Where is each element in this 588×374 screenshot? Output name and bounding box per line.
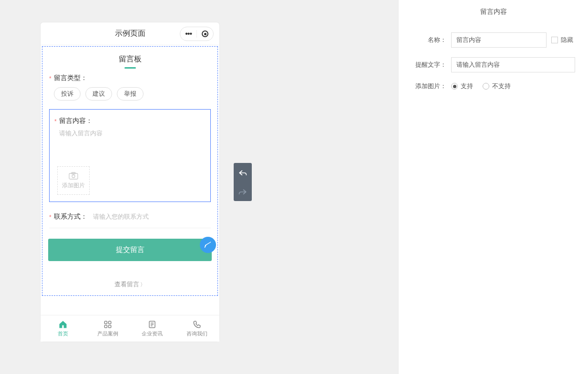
- svg-point-2: [72, 175, 75, 178]
- chevron-right-icon: 〉: [140, 282, 145, 287]
- undo-button[interactable]: [234, 163, 252, 182]
- section-underline: [124, 67, 136, 69]
- camera-icon: [69, 172, 78, 180]
- type-options: 投诉 建议 举报: [49, 87, 211, 101]
- tab-news[interactable]: 企业资讯: [130, 315, 175, 342]
- phone-icon: [192, 320, 202, 329]
- contact-label: 联系方式：: [54, 212, 87, 221]
- prop-hint-label: 提醒文字：: [399, 61, 451, 69]
- prop-name-input[interactable]: [451, 32, 547, 48]
- hide-label: 隐藏: [561, 36, 573, 44]
- properties-panel: 留言内容 名称： 隐藏 提醒文字： 添加图片： 支持 不支持: [398, 0, 588, 374]
- tab-cases[interactable]: 产品案例: [85, 315, 130, 342]
- contact-placeholder[interactable]: 请输入您的联系方式: [93, 212, 149, 221]
- type-option-2[interactable]: 举报: [117, 87, 144, 101]
- selected-component[interactable]: 留言板 留言类型： 投诉 建议 举报 留言内容：: [42, 46, 218, 296]
- panel-title: 留言内容: [399, 0, 588, 24]
- redo-icon: [238, 188, 247, 195]
- hide-checkbox-wrap[interactable]: 隐藏: [551, 36, 573, 44]
- radio-label: 支持: [461, 82, 473, 91]
- tab-label: 企业资讯: [142, 330, 163, 337]
- radio-icon: [483, 83, 489, 90]
- phone-header-capsule[interactable]: •••: [180, 27, 214, 41]
- prop-addimg-row: 添加图片： 支持 不支持: [399, 82, 577, 91]
- upload-label: 添加图片: [62, 182, 85, 190]
- radio-support[interactable]: 支持: [451, 82, 473, 91]
- svg-rect-4: [108, 321, 111, 323]
- prop-addimg-label: 添加图片：: [399, 82, 451, 91]
- phone-body: 留言板 留言类型： 投诉 建议 举报 留言内容：: [41, 45, 219, 315]
- paper-plane-icon: [204, 241, 212, 249]
- view-msg-label: 查看留言: [114, 281, 139, 288]
- phone-title: 示例页面: [115, 29, 145, 39]
- radio-not-support[interactable]: 不支持: [483, 82, 511, 91]
- type-option-1[interactable]: 建议: [85, 87, 112, 101]
- view-messages-link[interactable]: 查看留言〉: [42, 261, 217, 295]
- phone-preview: 示例页面 ••• 留言板 留言类型： 投诉 建议: [41, 22, 219, 342]
- addimg-radio-group: 支持 不支持: [451, 82, 511, 91]
- radio-icon: [451, 83, 458, 90]
- prop-hint-row: 提醒文字：: [399, 57, 577, 72]
- type-label: 留言类型：: [54, 74, 87, 82]
- panel-form: 名称： 隐藏 提醒文字： 添加图片： 支持 不支持: [399, 24, 588, 91]
- hide-checkbox[interactable]: [551, 37, 558, 43]
- phone-header: 示例页面 •••: [41, 22, 219, 45]
- tab-contact[interactable]: 咨询我们: [175, 315, 219, 342]
- tabbar: 首页 产品案例 企业资讯 咨询我们: [41, 315, 219, 342]
- content-label: 留言内容：: [59, 117, 93, 125]
- form-block: 留言类型： 投诉 建议 举报 留言内容： 请输入留言内容: [42, 73, 217, 228]
- tab-label: 产品案例: [97, 330, 118, 337]
- section-header: 留言板: [42, 47, 217, 73]
- type-label-row: 留言类型：: [49, 73, 211, 82]
- tab-label: 首页: [58, 330, 68, 337]
- svg-rect-3: [104, 321, 107, 323]
- prop-hint-input[interactable]: [451, 57, 575, 72]
- capsule-divider: [196, 30, 197, 38]
- tab-home[interactable]: 首页: [41, 315, 85, 342]
- undo-icon: [238, 169, 247, 176]
- grid-icon: [103, 320, 113, 329]
- more-icon[interactable]: •••: [185, 30, 192, 38]
- target-icon[interactable]: [202, 30, 208, 37]
- redo-button[interactable]: [234, 182, 252, 201]
- radio-label: 不支持: [492, 82, 511, 91]
- image-upload[interactable]: 添加图片: [57, 166, 90, 195]
- fab-publish[interactable]: [200, 237, 216, 253]
- contact-row: 联系方式： 请输入您的联系方式: [49, 206, 211, 228]
- content-box-selected[interactable]: 留言内容： 请输入留言内容 添加图片: [49, 109, 211, 202]
- tab-label: 咨询我们: [186, 330, 207, 337]
- prop-name-label: 名称：: [399, 36, 451, 44]
- content-label-row: 留言内容：: [55, 116, 205, 125]
- svg-rect-6: [108, 325, 111, 328]
- prop-name-row: 名称： 隐藏: [399, 32, 577, 48]
- section-title: 留言板: [42, 54, 217, 64]
- submit-button[interactable]: 提交留言: [48, 239, 212, 261]
- svg-rect-0: [69, 173, 78, 179]
- content-placeholder: 请输入留言内容: [55, 129, 205, 138]
- document-icon: [147, 320, 157, 329]
- canvas-area: 示例页面 ••• 留言板 留言类型： 投诉 建议: [0, 0, 398, 374]
- type-option-0[interactable]: 投诉: [54, 87, 81, 101]
- svg-rect-5: [104, 325, 107, 328]
- home-icon: [58, 320, 68, 329]
- undo-redo-panel: [234, 163, 252, 201]
